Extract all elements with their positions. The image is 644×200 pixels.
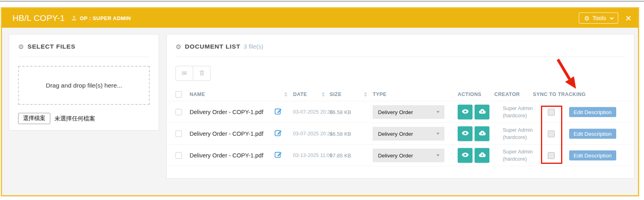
column-actions: ACTIONS (458, 92, 481, 97)
file-date: 03-07-2025 20:21 (293, 131, 333, 137)
delete-button[interactable] (193, 66, 211, 81)
user-icon (71, 15, 77, 21)
email-button[interactable]: ✉ (175, 66, 193, 81)
close-icon[interactable]: × (625, 13, 632, 23)
bulk-actions-toolbar: ✉ (175, 66, 634, 81)
creator: Super Admin (hardcore) (503, 148, 533, 162)
rename-icon[interactable] (275, 107, 282, 116)
edit-description-button[interactable]: Edit Description (569, 107, 616, 117)
table-row: Delivery Order - COPY-1.pdf 03-07-2025 2… (167, 101, 634, 123)
type-select-value: Delivery Order (378, 109, 413, 115)
edit-description-button[interactable]: Edit Description (569, 129, 616, 139)
file-dropzone[interactable]: Drag and drop file(s) here... (18, 66, 150, 105)
row-checkbox[interactable] (175, 152, 182, 159)
file-name: Delivery Order - COPY-1.pdf (190, 131, 263, 137)
gears-icon: ⚙ (584, 15, 590, 21)
cloud-download-icon (478, 129, 486, 138)
modal-body: ⚙ SELECT FILES Drag and drop file(s) her… (2, 28, 638, 198)
sort-icon-type[interactable] (364, 92, 367, 97)
creator-name: Super Admin (503, 126, 533, 133)
trash-icon (198, 69, 205, 78)
row-checkbox[interactable] (175, 131, 182, 137)
column-sync-to-tracking: SYNC TO TRACKING (533, 92, 586, 97)
chevron-down-icon (436, 154, 440, 156)
view-button[interactable] (458, 148, 473, 163)
column-date: DATE (293, 92, 307, 97)
table-row: Delivery Order - COPY-1.pdf 03-07-2025 2… (167, 123, 634, 145)
top-window-edge (0, 0, 644, 7)
eye-icon (461, 151, 469, 160)
creator-handle: (hardcore) (503, 112, 533, 119)
creator: Super Admin (hardcore) (503, 126, 533, 141)
operator-label: OP : SUPER ADMIN (80, 15, 131, 21)
file-name: Delivery Order - COPY-1.pdf (190, 152, 263, 159)
select-files-title: SELECT FILES (27, 43, 75, 50)
type-select-value: Delivery Order (378, 131, 413, 137)
type-select-value: Delivery Order (378, 152, 413, 158)
file-date: 03-07-2025 20:20 (293, 109, 333, 115)
column-creator: CREATOR (494, 92, 520, 97)
select-files-panel: ⚙ SELECT FILES Drag and drop file(s) her… (9, 34, 159, 131)
view-button[interactable] (458, 104, 473, 119)
type-select[interactable]: Delivery Order (373, 105, 444, 118)
chevron-down-icon (436, 133, 440, 135)
sort-icon-size[interactable] (322, 92, 325, 97)
file-size: 67.85 KB (330, 152, 351, 158)
file-name: Delivery Order - COPY-1.pdf (190, 109, 263, 115)
rename-icon[interactable] (275, 151, 282, 160)
chevron-down-icon (610, 16, 614, 20)
file-date: 03-13-2025 11:00 (293, 153, 332, 158)
sync-to-tracking-checkbox[interactable] (548, 131, 555, 137)
cloud-download-icon (478, 151, 486, 160)
eye-icon (461, 107, 469, 116)
envelope-icon: ✉ (182, 70, 187, 77)
gear-icon: ⚙ (18, 43, 24, 51)
download-button[interactable] (475, 126, 489, 141)
column-size: SIZE (330, 92, 341, 97)
sync-to-tracking-checkbox[interactable] (548, 109, 555, 116)
file-size: 66.58 KB (330, 109, 351, 115)
document-list-title: DOCUMENT LIST (185, 43, 240, 50)
modal-header: HB/L COPY-1 OP : SUPER ADMIN ⚙ Tools × (2, 8, 638, 28)
view-button[interactable] (458, 126, 473, 141)
tools-label: Tools (592, 15, 606, 21)
rename-icon[interactable] (275, 129, 282, 138)
download-button[interactable] (475, 148, 489, 163)
table-header-row: NAME DATE SIZE TYPE ACTIONS CREATOR SYNC… (167, 88, 634, 101)
sort-icon-date[interactable] (284, 92, 287, 97)
download-button[interactable] (475, 104, 489, 119)
type-select[interactable]: Delivery Order (373, 127, 444, 140)
dropzone-text: Drag and drop file(s) here... (46, 82, 122, 89)
document-list-panel: ⚙ DOCUMENT LIST 3 file(s) ✉ NAME (166, 34, 634, 179)
type-select[interactable]: Delivery Order (373, 149, 444, 162)
table-row: Delivery Order - COPY-1.pdf 03-13-2025 1… (167, 145, 634, 166)
file-count: 3 file(s) (244, 43, 263, 50)
file-size: 66.58 KB (330, 131, 351, 137)
gear-icon: ⚙ (175, 43, 181, 51)
chevron-down-icon (436, 111, 440, 113)
tools-button[interactable]: ⚙ Tools (579, 12, 618, 24)
creator-handle: (hardcore) (503, 155, 533, 163)
hbl-copy-modal: HB/L COPY-1 OP : SUPER ADMIN ⚙ Tools × ⚙… (1, 7, 639, 196)
creator-name: Super Admin (503, 104, 533, 112)
select-all-checkbox[interactable] (175, 91, 182, 98)
choose-file-button[interactable]: 選擇檔案 (18, 113, 50, 124)
divider (175, 57, 625, 57)
eye-icon (461, 129, 469, 138)
cloud-download-icon (478, 107, 486, 116)
file-input-status: 未選擇任何檔案 (54, 115, 95, 122)
modal-title: HB/L COPY-1 (12, 13, 65, 23)
sync-to-tracking-checkbox[interactable] (548, 152, 555, 159)
column-type: TYPE (373, 92, 386, 97)
row-checkbox[interactable] (175, 109, 182, 115)
column-name: NAME (190, 92, 205, 97)
creator-handle: (hardcore) (503, 134, 533, 141)
creator: Super Admin (hardcore) (503, 104, 533, 119)
creator-name: Super Admin (503, 148, 533, 155)
edit-description-button[interactable]: Edit Description (569, 150, 616, 160)
divider (18, 57, 150, 57)
